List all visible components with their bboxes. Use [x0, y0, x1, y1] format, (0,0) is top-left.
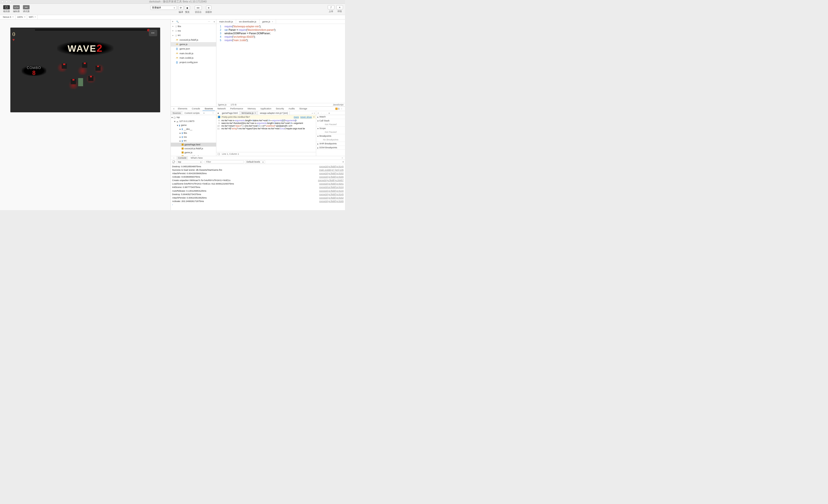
devtools-tab-elements[interactable]: Elements: [176, 107, 190, 111]
debug-section-head[interactable]: ▾Scope: [316, 127, 345, 130]
console-body[interactable]: Destroy: 0.065185546875mscocos2d-js.f6dd…: [171, 164, 345, 210]
close-icon[interactable]: ×: [313, 116, 315, 118]
clear-console-icon[interactable]: [172, 160, 175, 163]
debug-section-head[interactable]: ▸DOM Breakpoints: [316, 146, 345, 150]
tree-row[interactable]: game.js: [171, 151, 216, 155]
devtools-tab-security[interactable]: Security: [274, 107, 286, 111]
sources-tree[interactable]: ▾▢top▾☁127.0.0.1:9973▾▮game▸▮__dev__▸▮li…: [171, 115, 216, 156]
preview-button[interactable]: ◉: [185, 6, 190, 10]
close-icon[interactable]: ×: [272, 20, 273, 23]
log-source-link[interactable]: cocos2d-js.f6ddf.js:8145: [319, 193, 344, 196]
devtools-tab-network[interactable]: Network: [215, 107, 228, 111]
pause-icon[interactable]: ⏸: [318, 112, 319, 114]
source-file-tab[interactable]: WAGame.js×: [240, 111, 258, 115]
traffic-close[interactable]: [1, 0, 4, 3]
drawer-tab[interactable]: Console: [176, 156, 188, 160]
log-source-link[interactable]: cocos2d-js.f6ddf.js:8162: [319, 197, 344, 199]
log-row[interactable]: InitScene: 0.9677734375mscocos2d-js.f6dd…: [172, 185, 344, 189]
game-screen[interactable]: 0 ♥ ••• WAVE2 COMBO 8: [10, 28, 160, 112]
log-source-link[interactable]: cocos2d-js.f6ddf.js:8124: [319, 186, 344, 188]
tree-row[interactable]: ▸▮libs: [171, 131, 216, 135]
log-row[interactable]: AttachPersist: 0.004150390625mscocos2d-j…: [172, 172, 344, 175]
log-source-link[interactable]: cocos2d-js.f6ddf.js:8165: [319, 176, 344, 178]
details-button[interactable]: ≡: [336, 5, 343, 9]
file-item[interactable]: {}game.json: [171, 47, 216, 51]
devtools-tab-storage[interactable]: Storage: [297, 107, 309, 111]
drawer-tab[interactable]: What's New: [189, 156, 204, 160]
log-source-link[interactable]: cocos2d-js.f6ddf.js:8241: [319, 182, 344, 185]
collapse-icon[interactable]: ⇥: [213, 20, 215, 23]
file-item[interactable]: JSmain.0ccd0.js: [171, 51, 216, 55]
tree-row[interactable]: ▸▮__dev__: [171, 127, 216, 131]
folder-item[interactable]: ▸▯res: [171, 29, 216, 33]
game-menu-button[interactable]: •••: [149, 30, 157, 37]
devtools-tab-memory[interactable]: Memory: [245, 107, 258, 111]
step-over-icon[interactable]: ⤻: [321, 112, 322, 114]
editor-tab[interactable]: wx-downloader.js: [236, 19, 259, 24]
source-file-tab[interactable]: weapp-adapter-min.js? [sm]: [258, 111, 290, 115]
log-row[interactable]: LoadScene b4oR6Ys7lH1KI1+/4ziE1s: 912.90…: [172, 182, 344, 185]
devtools-tab-console[interactable]: Console: [190, 107, 202, 111]
pretty-never-link[interactable]: never show: [300, 116, 312, 118]
more-icon[interactable]: ⋮: [210, 111, 216, 115]
log-source-link[interactable]: cocos2d-js.f6ddf.js:8145: [319, 165, 344, 168]
traffic-minimize[interactable]: [5, 0, 8, 3]
log-row[interactable]: AutoRelease: 0.130126953125mscocos2d-js.…: [172, 189, 344, 193]
sources-subtab[interactable]: Sources: [171, 111, 183, 115]
editor-tab[interactable]: game.js×: [259, 19, 276, 24]
log-row[interactable]: Activate: 8.90380859375mscocos2d-js.f6dd…: [172, 175, 344, 179]
folder-item[interactable]: ▸▯src: [171, 33, 216, 37]
tree-row[interactable]: ▸▮src: [171, 139, 216, 143]
close-icon[interactable]: ×: [341, 156, 343, 160]
file-item[interactable]: JScocos2d-js.f6ddf.js: [171, 37, 216, 42]
tree-row[interactable]: ▾☁127.0.0.1:9973: [171, 119, 216, 123]
debug-section-head[interactable]: ▸XHR Breakpoints: [316, 142, 345, 145]
file-item[interactable]: JSgame.js: [171, 42, 216, 47]
inspect-icon[interactable]: ◰: [172, 107, 175, 111]
traffic-zoom[interactable]: [9, 0, 12, 3]
devtools-tab-application[interactable]: Application: [258, 107, 273, 111]
compile-button[interactable]: ⟳: [178, 6, 183, 10]
editor-button[interactable]: </> 编辑器: [12, 5, 21, 13]
clear-cache-button[interactable]: ≋: [206, 6, 211, 10]
tree-row[interactable]: ▾▮game: [171, 123, 216, 127]
debugger-button[interactable]: 调试器: [22, 5, 31, 13]
log-row[interactable]: AttachPersist: 0.006103515625mscocos2d-j…: [172, 196, 344, 200]
more-icon[interactable]: ⋯: [208, 20, 210, 23]
search-icon[interactable]: 🔍: [176, 20, 179, 23]
more-icon[interactable]: ⋮: [340, 107, 343, 111]
zoom-select[interactable]: 100%▾: [15, 15, 27, 19]
sidebar-icon[interactable]: ▯: [314, 112, 315, 114]
log-source-link[interactable]: cocos2d-js.f6ddf.js:26457: [318, 179, 343, 181]
tree-row[interactable]: gamePage.html: [171, 142, 216, 146]
pretty-more-link[interactable]: more: [294, 116, 299, 118]
tree-row[interactable]: ▸▮res: [171, 135, 216, 139]
filter-input[interactable]: [205, 160, 244, 164]
code-body[interactable]: 12345 require('libs/weapp-adapter-min');…: [216, 24, 345, 103]
log-row[interactable]: Destroy: 0.065185546875mscocos2d-js.f6dd…: [172, 165, 344, 168]
log-source-link[interactable]: cocos2d-js.f6ddf.js:8165: [319, 200, 344, 203]
log-row[interactable]: Create unpacker 0900cae7c for b4oR6Ys7lH…: [172, 179, 344, 182]
nav-icon[interactable]: ▣: [216, 111, 220, 115]
network-select[interactable]: WiFi▾: [27, 15, 37, 19]
log-source-link[interactable]: cocos2d-js.f6ddf.js:8140: [319, 190, 344, 192]
overflow-icon[interactable]: »: [201, 111, 206, 115]
step-out-icon[interactable]: ↑: [326, 112, 327, 114]
log-row[interactable]: Activate: 202.246826171875mscocos2d-js.f…: [172, 200, 344, 203]
editor-tab[interactable]: main.0ccd0.js: [216, 19, 236, 24]
format-icon[interactable]: { }: [218, 153, 220, 155]
file-item[interactable]: {}project.config.json: [171, 60, 216, 65]
log-levels-select[interactable]: Default levels▾: [245, 160, 265, 164]
devtools-tab-audits[interactable]: Audits: [286, 107, 297, 111]
folder-item[interactable]: ▸▯libs: [171, 24, 216, 28]
debug-section-head[interactable]: ▾Call Stack: [316, 119, 345, 123]
simulator-button[interactable]: 模拟器: [2, 5, 11, 13]
source-file-tab[interactable]: gamePage.html: [220, 111, 240, 115]
log-row[interactable]: Destroy: 5.904052734375mscocos2d-js.f6dd…: [172, 193, 344, 196]
device-select[interactable]: Nexus 6▾: [1, 15, 15, 19]
log-row[interactable]: Success to load scene: db://assets/Start…: [172, 168, 344, 172]
new-file-icon[interactable]: +: [172, 20, 173, 23]
debug-section-head[interactable]: ▾Breakpoints: [316, 134, 345, 138]
context-select[interactable]: top▾: [176, 160, 203, 164]
compile-mode-select[interactable]: 普通编译 ▾: [150, 6, 177, 10]
